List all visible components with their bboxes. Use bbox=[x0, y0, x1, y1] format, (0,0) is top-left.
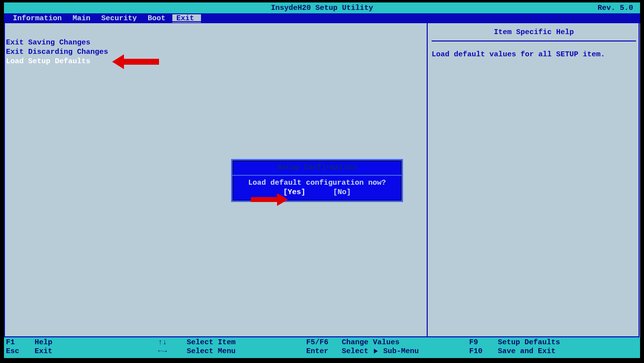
exit-discarding-changes[interactable]: Exit Discarding Changes bbox=[6, 47, 427, 57]
menu-boot[interactable]: Boot bbox=[144, 14, 172, 23]
utility-title: InsydeH20 Setup Utility bbox=[271, 4, 373, 12]
menu-exit[interactable]: Exit bbox=[172, 14, 201, 23]
dialog-message: Load default configuration now? bbox=[237, 179, 398, 187]
hint-label-select-item: Select Item bbox=[187, 338, 236, 347]
menu-main[interactable]: Main bbox=[69, 14, 97, 23]
hint-label-select-menu: Select Menu bbox=[187, 347, 236, 356]
dialog-title: Setup Confirmation bbox=[233, 161, 402, 176]
hint-label-exit: Exit bbox=[35, 347, 52, 356]
hint-key-f5f6: F5/F6 bbox=[306, 338, 342, 347]
dialog-buttons: [Yes] [No] bbox=[237, 188, 398, 197]
load-setup-defaults[interactable]: Load Setup Defaults bbox=[6, 57, 427, 66]
hint-key-updown: ↑↓ bbox=[158, 338, 187, 347]
menu-information[interactable]: Information bbox=[9, 14, 69, 23]
dialog-no-button[interactable]: [No] bbox=[333, 188, 351, 197]
hint-key-esc: Esc bbox=[6, 347, 35, 356]
revision-label: Rev. 5.0 bbox=[598, 4, 633, 12]
hint-key-enter: Enter bbox=[306, 347, 342, 356]
hint-key-f10: F10 bbox=[469, 347, 498, 356]
confirmation-dialog: Setup Confirmation Load default configur… bbox=[231, 159, 403, 202]
hint-label-setup-defaults: Setup Defaults bbox=[498, 338, 560, 347]
footer-hints: F1 Esc Help Exit ↑↓ ←→ Select Item Selec… bbox=[4, 337, 640, 357]
dialog-body: Load default configuration now? [Yes] [N… bbox=[233, 176, 402, 201]
hint-label-change-values: Change Values bbox=[342, 338, 419, 347]
hint-label-save-exit: Save and Exit bbox=[498, 347, 560, 356]
help-title: Item Specific Help bbox=[432, 28, 636, 41]
menu-bar[interactable]: Information Main Security Boot Exit bbox=[4, 13, 640, 23]
main-panel: Exit Saving Changes Exit Discarding Chan… bbox=[4, 23, 428, 337]
hint-label-select-submenu: Select Sub-Menu bbox=[342, 347, 419, 356]
dialog-yes-button[interactable]: [Yes] bbox=[283, 188, 305, 197]
help-body: Load default values for all SETUP item. bbox=[432, 50, 636, 59]
triangle-right-icon bbox=[374, 349, 378, 354]
bios-screen: InsydeH20 Setup Utility Rev. 5.0 Informa… bbox=[4, 2, 640, 358]
help-panel: Item Specific Help Load default values f… bbox=[428, 23, 640, 337]
hint-label-help: Help bbox=[35, 338, 52, 347]
exit-saving-changes[interactable]: Exit Saving Changes bbox=[6, 38, 427, 47]
title-bar: InsydeH20 Setup Utility Rev. 5.0 bbox=[4, 2, 640, 13]
hint-key-f9: F9 bbox=[469, 338, 498, 347]
hint-key-f1: F1 bbox=[6, 338, 35, 347]
menu-security[interactable]: Security bbox=[97, 14, 144, 23]
hint-key-leftright: ←→ bbox=[158, 347, 187, 356]
content-area: Exit Saving Changes Exit Discarding Chan… bbox=[4, 23, 640, 337]
